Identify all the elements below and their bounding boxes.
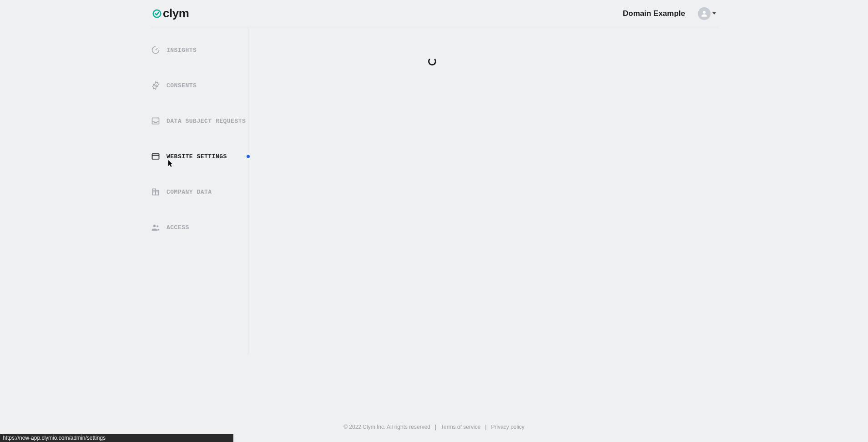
sidebar-item-consents[interactable]: CONSENTS <box>150 80 248 91</box>
footer: © 2022 Clym Inc. All rights reserved | T… <box>0 424 868 430</box>
sidebar: INSIGHTS CONSENTS DATA <box>150 27 248 355</box>
domain-selector[interactable]: Domain Example <box>623 9 685 18</box>
sidebar-item-label: DATA SUBJECT REQUESTS <box>167 118 246 125</box>
verified-icon <box>151 81 160 90</box>
avatar <box>698 7 711 20</box>
loading-spinner-icon <box>428 57 436 65</box>
sidebar-item-label: INSIGHTS <box>167 47 197 54</box>
sidebar-item-insights[interactable]: INSIGHTS <box>150 45 248 55</box>
sidebar-item-label: ACCESS <box>167 224 189 231</box>
sidebar-item-label: CONSENTS <box>167 82 197 89</box>
chevron-down-icon <box>712 12 716 15</box>
building-icon <box>151 187 160 196</box>
sidebar-item-dsr[interactable]: DATA SUBJECT REQUESTS <box>150 116 248 126</box>
svg-rect-6 <box>156 191 159 195</box>
status-url: https://new-app.clymio.com/admin/setting… <box>3 435 106 441</box>
svg-point-10 <box>153 225 156 227</box>
svg-point-11 <box>156 226 158 227</box>
logo-mark-icon <box>152 9 162 19</box>
privacy-link[interactable]: Privacy policy <box>491 424 525 430</box>
inbox-icon <box>151 116 160 126</box>
sidebar-item-company-data[interactable]: COMPANY DATA <box>150 186 248 197</box>
svg-rect-2 <box>152 118 159 124</box>
header: clym Domain Example <box>150 0 718 27</box>
main-content <box>248 27 718 355</box>
svg-point-1 <box>703 11 706 14</box>
sidebar-item-access[interactable]: ACCESS <box>150 222 248 233</box>
sidebar-item-label: WEBSITE SETTINGS <box>167 153 227 160</box>
browser-status-bar: https://new-app.clymio.com/admin/setting… <box>0 434 233 442</box>
copyright-text: © 2022 Clym Inc. All rights reserved <box>343 424 430 430</box>
svg-rect-3 <box>152 154 159 159</box>
sidebar-item-label: COMPANY DATA <box>167 189 212 196</box>
sidebar-item-website-settings[interactable]: WEBSITE SETTINGS <box>150 151 248 162</box>
people-icon <box>151 223 160 232</box>
logo[interactable]: clym <box>152 6 189 20</box>
terms-link[interactable]: Terms of service <box>441 424 480 430</box>
user-menu[interactable] <box>698 7 716 20</box>
separator: | <box>435 424 436 430</box>
separator: | <box>485 424 486 430</box>
window-icon <box>151 152 160 161</box>
gauge-icon <box>151 45 160 55</box>
logo-text: clym <box>163 6 189 20</box>
